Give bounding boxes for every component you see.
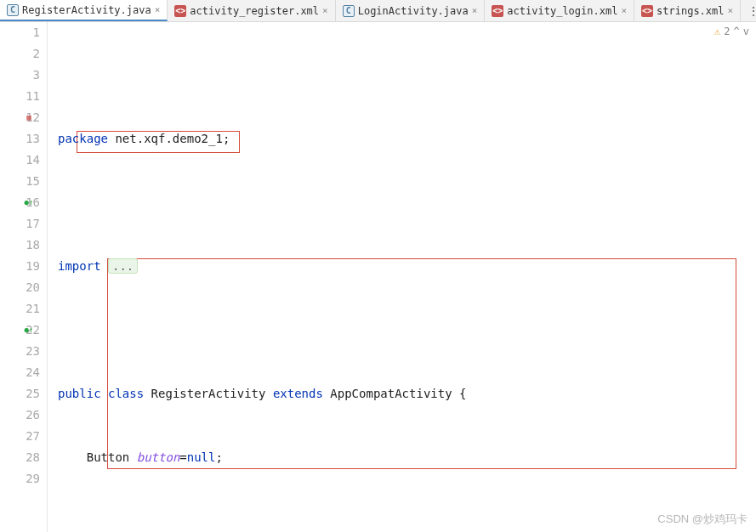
line-number: 28 [26,447,40,468]
fold-ellipsis[interactable]: ... [108,258,138,274]
line-number: 14 [26,150,40,171]
next-warning-icon[interactable]: v [743,25,749,37]
highlight-box-2 [107,258,736,469]
line-number: 3 [33,65,40,86]
code-line: Button button=null; [58,447,756,468]
tab-bar: C RegisterActivity.java × <> activity_re… [0,0,756,22]
line-number: 23 [26,341,40,362]
xml-icon: <> [492,5,503,17]
code-line: import ... [58,256,756,277]
more-menu-icon[interactable]: ⋮ [741,4,756,18]
close-icon[interactable]: × [472,5,478,16]
tab-label: LoginActivity.java [358,5,469,17]
java-icon: C [7,4,19,16]
line-number: 29 [26,468,40,490]
line-number: 11 [26,86,40,107]
code-area[interactable]: package net.xqf.demo2_1; import ... publ… [48,22,756,532]
tab-label: activity_login.xml [507,5,617,17]
tab-label: activity_register.xml [190,5,319,17]
close-icon[interactable]: × [728,5,734,16]
line-number: 20 [26,277,40,298]
line-number: 21 [26,298,40,320]
tab-label: RegisterActivity.java [22,4,151,16]
code-line [58,511,756,532]
warning-count: 2 [724,25,730,37]
code-line [58,192,756,213]
line-number: 25 [26,383,40,405]
warning-icon: ⚠ [714,25,720,37]
tab-strings-xml[interactable]: <> strings.xml × [634,0,741,21]
tab-register-activity[interactable]: C RegisterActivity.java × [0,0,168,21]
close-icon[interactable]: × [621,5,627,16]
line-number: 26 [26,405,40,426]
override-gutter-icon[interactable]: ●↑ [24,198,34,208]
line-number: 13 [26,128,40,150]
override-gutter-icon[interactable]: ●↑ [24,325,34,336]
close-icon[interactable]: × [322,5,328,16]
java-icon: C [343,5,355,17]
line-number: 24 [26,362,40,383]
code-editor[interactable]: 1 2 3 11 ▦12 13 14 15 ●↑16 17 18 19 20 2… [0,22,756,532]
prev-warning-icon[interactable]: ^ [734,25,740,37]
line-number: 1 [33,22,40,43]
class-gutter-icon[interactable]: ▦ [24,113,34,123]
xml-icon: <> [174,5,186,17]
line-number: 27 [26,426,40,447]
line-number: 19 [26,256,40,277]
code-line: public class RegisterActivity extends Ap… [58,383,756,405]
gutter: 1 2 3 11 ▦12 13 14 15 ●↑16 17 18 19 20 2… [0,22,48,532]
tab-label: strings.xml [657,5,724,17]
watermark: CSDN @炒鸡玛卡 [657,512,747,527]
line-number: 18 [26,235,40,256]
line-number: 15 [26,171,40,192]
line-number: 2 [33,43,40,65]
line-number: 17 [26,213,40,235]
inspection-summary[interactable]: ⚠ 2 ^ v [714,25,749,37]
xml-icon: <> [641,5,653,17]
tab-activity-register-xml[interactable]: <> activity_register.xml × [168,0,335,21]
tab-login-activity[interactable]: C LoginActivity.java × [336,0,486,21]
code-line [58,320,756,341]
tab-activity-login-xml[interactable]: <> activity_login.xml × [485,0,634,21]
close-icon[interactable]: × [155,4,161,15]
code-line: package net.xqf.demo2_1; [58,128,756,150]
